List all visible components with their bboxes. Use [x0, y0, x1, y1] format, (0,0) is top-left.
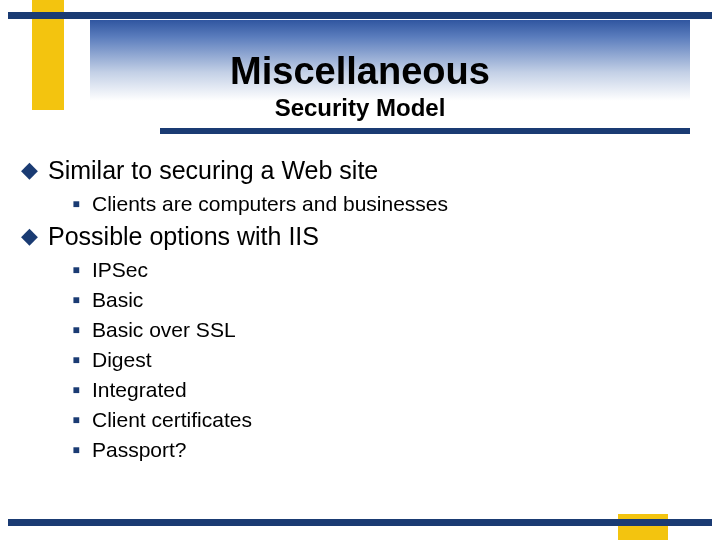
bullet-text: IPSec — [92, 257, 148, 283]
bullet-text: Basic — [92, 287, 143, 313]
square-bullet-icon: ■ — [70, 287, 82, 313]
bullet-level2: ■ Digest — [70, 347, 700, 373]
square-bullet-icon: ■ — [70, 407, 82, 433]
bullet-text: Similar to securing a Web site — [48, 155, 378, 185]
decor-bottom-yellow — [618, 514, 668, 540]
square-bullet-icon: ■ — [70, 437, 82, 463]
slide-subtitle: Security Model — [0, 94, 720, 122]
decor-bottom-blue-line — [8, 519, 712, 526]
bullet-text: Possible options with IIS — [48, 221, 319, 251]
bullet-text: Integrated — [92, 377, 187, 403]
bullet-level2: ■ IPSec — [70, 257, 700, 283]
bullet-level1: ◆ Similar to securing a Web site — [20, 155, 700, 185]
bullet-level2: ■ Client certificates — [70, 407, 700, 433]
content-area: ◆ Similar to securing a Web site ■ Clien… — [20, 155, 700, 467]
bullet-text: Clients are computers and businesses — [92, 191, 448, 217]
decor-title-underline — [160, 128, 690, 134]
bullet-text: Digest — [92, 347, 152, 373]
square-bullet-icon: ■ — [70, 377, 82, 403]
slide-title: Miscellaneous — [0, 50, 720, 93]
diamond-bullet-icon: ◆ — [20, 221, 38, 251]
bullet-level2: ■ Basic over SSL — [70, 317, 700, 343]
diamond-bullet-icon: ◆ — [20, 155, 38, 185]
bullet-level2: ■ Clients are computers and businesses — [70, 191, 700, 217]
square-bullet-icon: ■ — [70, 191, 82, 217]
decor-top-blue-line — [8, 12, 712, 19]
bullet-level2: ■ Passport? — [70, 437, 700, 463]
square-bullet-icon: ■ — [70, 257, 82, 283]
bullet-level1: ◆ Possible options with IIS — [20, 221, 700, 251]
slide: Miscellaneous Security Model ◆ Similar t… — [0, 0, 720, 540]
bullet-text: Basic over SSL — [92, 317, 236, 343]
square-bullet-icon: ■ — [70, 347, 82, 373]
square-bullet-icon: ■ — [70, 317, 82, 343]
bullet-level2: ■ Integrated — [70, 377, 700, 403]
bullet-level2: ■ Basic — [70, 287, 700, 313]
bullet-text: Client certificates — [92, 407, 252, 433]
bullet-text: Passport? — [92, 437, 187, 463]
